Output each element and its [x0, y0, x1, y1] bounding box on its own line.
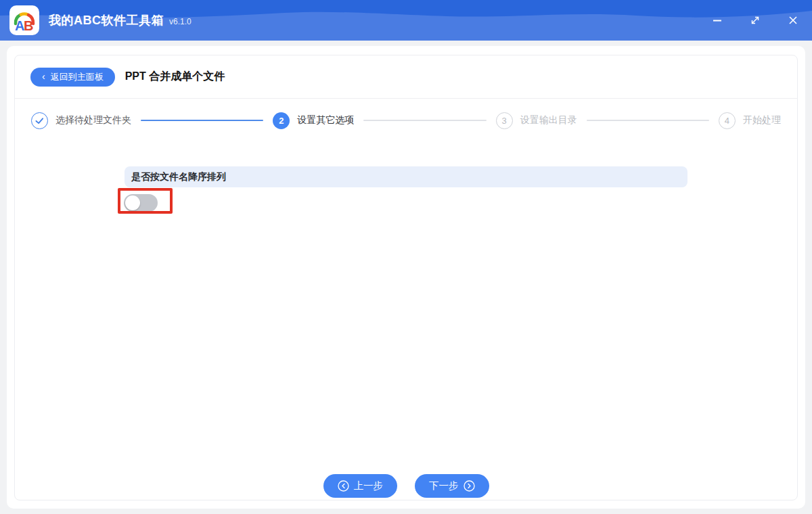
step-connector-3: [587, 120, 709, 121]
back-button-label: 返回到主面板: [51, 71, 104, 83]
step-2-label: 设置其它选项: [297, 114, 354, 126]
card-header: ‹ 返回到主面板 PPT 合并成单个文件: [15, 55, 797, 99]
previous-step-label: 上一步: [354, 480, 384, 492]
step-1-label: 选择待处理文件夹: [55, 114, 131, 126]
option-label: 是否按文件名降序排列: [131, 171, 226, 183]
titlebar: A B 我的ABC软件工具箱 v6.1.0: [0, 0, 812, 41]
minimize-button[interactable]: [698, 0, 736, 41]
maximize-icon: [750, 15, 761, 26]
next-step-button[interactable]: 下一步: [415, 474, 489, 498]
toggle-knob: [125, 195, 140, 210]
step-4-start-processing: 4 开始处理: [719, 112, 781, 129]
app-title: 我的ABC软件工具箱: [49, 12, 164, 28]
step-2-other-options: 2 设置其它选项: [273, 112, 354, 129]
step-connector-2: [363, 120, 486, 121]
step-3-circle: 3: [496, 112, 513, 129]
content-card: ‹ 返回到主面板 PPT 合并成单个文件 选择待处理文件夹 2 设置其它选项: [14, 55, 798, 500]
chevron-left-icon: ‹: [42, 72, 45, 81]
app-logo-icon: A B: [9, 5, 39, 35]
step-3-label: 设置输出目录: [520, 114, 577, 126]
previous-step-button[interactable]: 上一步: [323, 474, 398, 498]
step-4-label: 开始处理: [743, 114, 781, 126]
check-icon: [32, 112, 47, 129]
close-icon: [788, 15, 798, 26]
step-wizard: 选择待处理文件夹 2 设置其它选项 3 设置输出目录 4 开始处理: [15, 112, 797, 129]
back-to-dashboard-button[interactable]: ‹ 返回到主面板: [30, 68, 115, 87]
step-4-circle: 4: [719, 112, 736, 129]
main-panel: ‹ 返回到主面板 PPT 合并成单个文件 选择待处理文件夹 2 设置其它选项: [7, 46, 805, 509]
app-version: v6.1.0: [169, 17, 191, 26]
next-step-label: 下一步: [429, 480, 459, 492]
minimize-icon: [712, 15, 723, 26]
step-1-circle: [31, 112, 48, 129]
svg-text:B: B: [24, 18, 33, 33]
page-title: PPT 合并成单个文件: [125, 70, 225, 84]
step-2-circle: 2: [273, 112, 290, 129]
option-header-sort-descending: 是否按文件名降序排列: [125, 166, 687, 187]
sort-descending-toggle[interactable]: [124, 194, 158, 212]
step-1-select-folder: 选择待处理文件夹: [31, 112, 131, 129]
maximize-button[interactable]: [736, 0, 774, 41]
wizard-footer: 上一步 下一步: [15, 474, 797, 498]
step-3-output-directory: 3 设置输出目录: [496, 112, 577, 129]
close-button[interactable]: [774, 0, 812, 41]
circle-chevron-right-icon: [464, 480, 475, 492]
step-connector-1: [141, 120, 263, 121]
circle-chevron-left-icon: [338, 480, 349, 492]
